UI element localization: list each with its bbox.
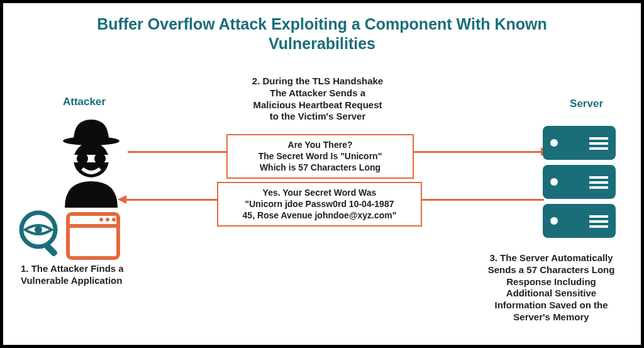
server-label: Server: [570, 98, 603, 110]
step2-line-2: The Attacker Sends a: [270, 87, 365, 98]
step3-line-2: Sends a 57 Characters Long: [488, 264, 615, 275]
svg-rect-8: [68, 214, 118, 258]
title-line-2: Vulnerabilities: [269, 35, 375, 52]
arrow-response-head-icon: [118, 195, 126, 204]
step-2-text: 2. During the TLS Handshake The Attacker…: [217, 76, 418, 123]
svg-rect-21: [589, 181, 608, 184]
svg-rect-27: [589, 225, 608, 228]
diagram-title: Buffer Overflow Attack Exploiting a Comp…: [3, 3, 641, 54]
msg-a-line-1: Yes. Your Secret Word Was: [263, 188, 377, 198]
step3-line-4: Additional Sensitive: [506, 288, 596, 298]
svg-point-3: [77, 153, 88, 164]
step2-line-4: to the Victim's Server: [270, 111, 366, 121]
svg-rect-25: [589, 215, 608, 218]
message-request-box: Are You There? The Secret Word Is "Unico…: [226, 134, 414, 179]
svg-rect-17: [589, 147, 608, 150]
msg-q-line-1: Are You There?: [288, 140, 353, 150]
step3-line-1: 3. The Server Automatically: [489, 252, 613, 263]
step3-line-5: Information Saved on the: [494, 300, 608, 310]
svg-rect-15: [589, 137, 608, 140]
msg-q-line-2: The Secret Word Is "Unicorn": [258, 151, 382, 161]
svg-rect-16: [589, 142, 608, 145]
server-stack-icon: [543, 126, 616, 242]
svg-point-4: [94, 153, 106, 164]
magnifier-eye-icon: [19, 210, 64, 263]
svg-point-10: [99, 218, 103, 222]
step1-line-1: 1. The Attacker Finds a: [21, 263, 124, 274]
msg-a-line-3: 45, Rose Avenue johndoe@xyz.com": [243, 210, 397, 220]
browser-window-icon: [66, 212, 120, 262]
attacker-label: Attacker: [63, 96, 106, 108]
svg-rect-26: [589, 220, 608, 223]
step2-line-3: Malicious Heartbeat Request: [253, 99, 382, 110]
step1-line-2: Vulnerable Application: [21, 275, 122, 286]
step-3-text: 3. The Server Automatically Sends a 57 C…: [480, 252, 622, 323]
step3-line-6: Server's Memory: [513, 312, 589, 322]
svg-point-6: [35, 226, 42, 233]
msg-q-line-3: Which is 57 Characters Long: [260, 162, 380, 172]
svg-point-14: [550, 139, 558, 147]
step3-line-3: Response Including: [506, 276, 596, 287]
diagram-frame: Buffer Overflow Attack Exploiting a Comp…: [0, 0, 644, 348]
step-1-text: 1. The Attacker Finds a Vulnerable Appli…: [21, 263, 159, 287]
svg-point-19: [550, 178, 558, 186]
svg-point-12: [112, 218, 116, 222]
message-response-box: Yes. Your Secret Word Was "Unicorn jdoe …: [217, 182, 422, 227]
msg-a-line-2: "Unicorn jdoe Passw0rd 10-04-1987: [245, 199, 394, 209]
svg-point-24: [550, 217, 558, 225]
svg-rect-22: [589, 186, 608, 189]
svg-rect-20: [589, 176, 608, 179]
step2-line-1: 2. During the TLS Handshake: [252, 76, 383, 86]
title-line-1: Buffer Overflow Attack Exploiting a Comp…: [97, 15, 547, 33]
svg-point-11: [106, 218, 109, 222]
